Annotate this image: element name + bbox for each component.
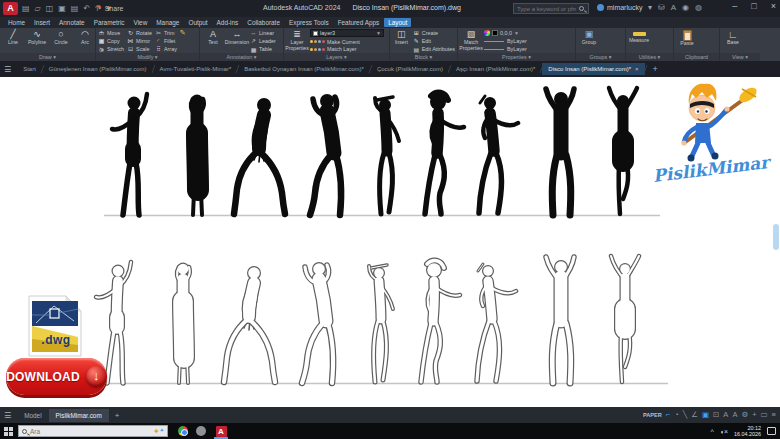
panel-title-modify[interactable]: Modify ▾ bbox=[96, 53, 199, 61]
clock[interactable]: 20:12 16.04.2026 bbox=[734, 425, 761, 437]
drawing-tab[interactable]: Basketbol Oynayan Insan (PislikMimar.com… bbox=[238, 63, 370, 75]
dancer-outline[interactable] bbox=[369, 265, 393, 382]
snap-icon[interactable]: ◔ bbox=[674, 410, 679, 420]
dancer-outline[interactable] bbox=[302, 265, 333, 383]
layer-tool-button[interactable]: Make Current bbox=[310, 38, 384, 46]
ribbon-small-button[interactable]: ◜ Fillet bbox=[155, 37, 177, 45]
paste-button[interactable]: Paste bbox=[676, 29, 698, 53]
ribbon-button[interactable]: ╱ Line bbox=[2, 29, 24, 53]
share-button[interactable]: ↱ Share bbox=[95, 4, 123, 13]
chrome-icon[interactable] bbox=[178, 426, 188, 436]
display-icon[interactable]: ▭ bbox=[761, 410, 768, 420]
new-layout-button[interactable]: + bbox=[115, 411, 120, 420]
layer-dropdown[interactable]: layer3 ▼ bbox=[310, 29, 384, 37]
insert-block-button[interactable]: ◫ Insert bbox=[392, 29, 411, 53]
tray-expand-icon[interactable]: ^ bbox=[710, 428, 713, 435]
ribbon-small-button[interactable]: ↻ Rotate bbox=[127, 29, 152, 37]
match-properties-button[interactable]: ▧ Match Properties bbox=[460, 29, 482, 53]
save-as-icon[interactable]: ▣ bbox=[58, 4, 66, 13]
new-file-icon[interactable]: ▤ bbox=[22, 4, 30, 13]
dancer-outline[interactable] bbox=[177, 267, 190, 383]
dancer-silhouette[interactable] bbox=[425, 93, 464, 214]
ribbon-small-button[interactable]: ✂ Trim bbox=[155, 29, 177, 37]
drawing-tab[interactable]: Disco Insan (PislikMimar.com)*× bbox=[542, 63, 644, 75]
ribbon-tab[interactable]: Add-ins bbox=[213, 18, 243, 27]
layout-tab[interactable]: PislikMimar.com bbox=[49, 409, 109, 422]
undo-icon[interactable]: ↶ bbox=[83, 4, 90, 13]
annotation-scale-icon[interactable]: A bbox=[723, 410, 728, 420]
app-menu-button[interactable]: A bbox=[3, 2, 18, 15]
ortho-icon[interactable]: ╲ bbox=[683, 410, 688, 420]
ribbon-button[interactable]: ◠ Arc bbox=[74, 29, 96, 53]
ribbon-button[interactable]: ○ Circle bbox=[50, 29, 72, 53]
ribbon-small-button[interactable]: ▣ Copy bbox=[98, 37, 124, 45]
polar-icon[interactable]: ∠ bbox=[691, 410, 698, 420]
drawing-tab[interactable]: Avm-Tuvaleti-Pislik-Mimar* bbox=[154, 63, 238, 75]
osnap-icon[interactable]: ▣ bbox=[702, 410, 709, 420]
app-icon[interactable] bbox=[196, 426, 206, 436]
dancer-silhouette[interactable] bbox=[609, 88, 637, 214]
close-button[interactable]: × bbox=[771, 1, 776, 11]
dancer-silhouette[interactable] bbox=[479, 96, 518, 213]
dancer-silhouette[interactable] bbox=[546, 89, 574, 215]
group-button[interactable]: ▣ Group bbox=[578, 29, 600, 53]
status-menu-icon[interactable]: ≡ bbox=[772, 410, 776, 420]
minimize-button[interactable]: – bbox=[732, 1, 737, 11]
ribbon-tab[interactable]: Layout bbox=[384, 18, 411, 27]
ribbon-small-button[interactable]: ↗ Leader bbox=[250, 37, 276, 44]
panel-title-view[interactable]: View ▾ bbox=[720, 53, 760, 61]
drawing-tab[interactable]: Güneşlenen Insan (PislikMimar.com) bbox=[43, 63, 153, 75]
plus-icon[interactable]: + bbox=[752, 410, 756, 420]
layout-tab[interactable]: Model bbox=[17, 409, 48, 422]
ribbon-small-button[interactable]: ↔ Linear bbox=[250, 29, 276, 36]
ribbon-tab[interactable]: Featured Apps bbox=[334, 18, 384, 27]
panel-title-properties[interactable]: Properties ▾ bbox=[458, 53, 575, 61]
help-search-input[interactable] bbox=[514, 6, 579, 12]
ribbon-small-button[interactable]: ▦ Table bbox=[250, 46, 276, 53]
ribbon-small-button[interactable]: ⌖ Move bbox=[98, 29, 124, 37]
ribbon-button[interactable]: ∿ Polyline bbox=[26, 29, 48, 53]
windows-search-input[interactable] bbox=[30, 428, 150, 435]
dancer-silhouette[interactable] bbox=[234, 105, 285, 214]
panel-title-clipboard[interactable]: Clipboard bbox=[674, 53, 719, 61]
panel-title-layers[interactable]: Layers ▾ bbox=[284, 53, 389, 61]
ribbon-button[interactable]: A Text bbox=[202, 29, 224, 53]
ribbon-tab[interactable]: Express Tools bbox=[285, 18, 333, 27]
panel-title-annotation[interactable]: Annotation ▾ bbox=[200, 53, 283, 61]
cart-icon[interactable]: ⛁ bbox=[658, 3, 665, 12]
windows-search-box[interactable]: ✦✦ bbox=[18, 425, 168, 437]
drawing-tab[interactable]: Çocuk (PislikMimar.com) bbox=[371, 63, 449, 75]
ribbon-small-button[interactable]: ⋈ Mirror bbox=[127, 37, 152, 45]
dancer-silhouette[interactable] bbox=[191, 99, 204, 215]
ribbon-tab[interactable]: Collaborate bbox=[243, 18, 284, 27]
grid-icon[interactable]: ⌐ bbox=[666, 410, 670, 420]
settings-icon[interactable]: ⚙ bbox=[741, 410, 748, 420]
start-button[interactable] bbox=[0, 423, 16, 439]
ribbon-tab[interactable]: Parametric bbox=[90, 18, 129, 27]
notification-center-icon[interactable] bbox=[767, 427, 776, 435]
maximize-button[interactable]: □ bbox=[751, 1, 756, 11]
dancer-outline[interactable] bbox=[611, 256, 639, 382]
ribbon-small-button[interactable]: ⊡ Scale bbox=[127, 45, 152, 53]
ribbon-tab[interactable]: Insert bbox=[30, 18, 54, 27]
isolate-icon[interactable]: ⊡ bbox=[713, 410, 719, 420]
dancer-outline[interactable] bbox=[224, 273, 275, 382]
panel-title-utilities[interactable]: Utilities ▾ bbox=[626, 53, 673, 61]
block-tool-button[interactable]: ✎ Edit bbox=[413, 37, 455, 44]
layout-menu-icon[interactable]: ☰ bbox=[4, 411, 11, 420]
bylayer-dropdown[interactable]: ByLayer bbox=[484, 45, 527, 53]
dwg-file-icon[interactable]: .dwg bbox=[28, 295, 82, 357]
drawing-tab[interactable]: Start bbox=[17, 63, 42, 75]
annotation-visibility-icon[interactable]: A bbox=[732, 410, 737, 420]
help-icon[interactable]: ◉ bbox=[682, 3, 689, 12]
ribbon-small-button[interactable]: ⠿ Array bbox=[155, 45, 177, 53]
base-view-button[interactable]: ∟ Base bbox=[722, 29, 744, 53]
ribbon-tab[interactable]: Home bbox=[4, 18, 29, 27]
drawing-tab[interactable]: Aşçı Insan (PislikMimar.com)* bbox=[450, 63, 541, 75]
ribbon-tab[interactable]: Output bbox=[184, 18, 211, 27]
user-dropdown-icon[interactable]: ▾ bbox=[648, 3, 652, 12]
notifications-icon[interactable]: ◍ bbox=[695, 3, 702, 12]
ribbon-tab[interactable]: View bbox=[130, 18, 152, 27]
dancer-silhouette[interactable] bbox=[375, 97, 399, 214]
panel-title-groups[interactable]: Groups ▾ bbox=[576, 53, 625, 61]
